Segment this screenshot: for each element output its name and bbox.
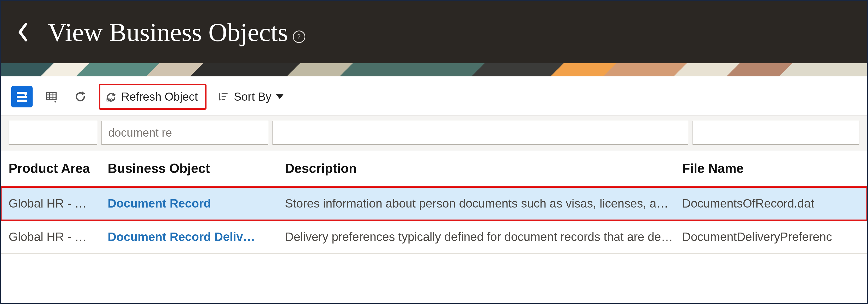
col-file-name: File Name — [682, 161, 859, 176]
toolbar: Refresh Object Sort By — [1, 77, 867, 116]
cell-product-area: Global HR - … — [9, 230, 108, 244]
filter-product-area-input[interactable] — [9, 121, 97, 145]
svg-marker-10 — [82, 92, 85, 95]
svg-rect-4 — [46, 92, 56, 100]
table-icon — [44, 90, 58, 103]
filter-panel-button[interactable] — [11, 86, 33, 108]
sort-by-button[interactable]: Sort By — [214, 86, 286, 108]
table-view-button[interactable] — [40, 86, 62, 108]
refresh-icon — [74, 90, 87, 103]
cell-file-name: DocumentsOfRecord.dat — [682, 196, 859, 210]
page-header: View Business Objects ? — [1, 1, 867, 63]
sort-by-label: Sort By — [234, 90, 271, 103]
cell-file-name: DocumentDeliveryPreferenc — [682, 230, 859, 244]
refresh-button[interactable] — [70, 86, 91, 108]
business-object-link[interactable]: Document Record Deliv… — [108, 230, 285, 244]
refresh-object-icon — [105, 91, 117, 102]
filter-icon — [16, 90, 28, 103]
table-header: Product Area Business Object Description… — [1, 150, 867, 187]
svg-marker-9 — [54, 101, 57, 103]
filter-file-name-input[interactable] — [692, 121, 859, 145]
col-business-object: Business Object — [108, 161, 285, 176]
table-row[interactable]: Global HR - … Document Record Deliv… Del… — [1, 220, 867, 254]
filter-row — [1, 116, 867, 150]
svg-rect-2 — [17, 100, 27, 102]
business-object-link[interactable]: Document Record — [108, 196, 285, 210]
filter-business-object-input[interactable] — [101, 121, 268, 145]
page-title: View Business Objects — [48, 17, 288, 47]
chevron-left-icon — [17, 22, 29, 42]
help-icon[interactable]: ? — [293, 31, 305, 43]
chevron-down-icon — [276, 94, 283, 99]
refresh-object-label: Refresh Object — [121, 90, 198, 103]
col-product-area: Product Area — [9, 161, 108, 176]
table-row[interactable]: Global HR - … Document Record Stores inf… — [1, 187, 867, 220]
page-title-wrap: View Business Objects ? — [48, 17, 305, 47]
col-description: Description — [285, 161, 682, 176]
cell-description: Delivery preferences typically defined f… — [285, 230, 682, 244]
svg-marker-19 — [219, 99, 221, 101]
sort-icon — [217, 91, 229, 102]
cell-description: Stores information about person document… — [285, 196, 682, 210]
refresh-object-button[interactable]: Refresh Object — [99, 84, 207, 110]
back-button[interactable] — [14, 23, 32, 41]
svg-marker-17 — [219, 93, 221, 94]
cell-product-area: Global HR - … — [9, 196, 108, 210]
decorative-banner — [1, 63, 867, 77]
svg-rect-0 — [17, 92, 27, 94]
filter-description-input[interactable] — [273, 121, 688, 145]
